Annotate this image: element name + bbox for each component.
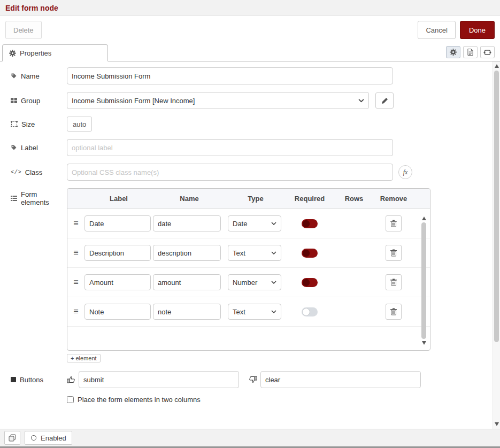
add-element-button[interactable]: + element [67, 354, 101, 362]
grid-icon [11, 97, 17, 104]
done-button[interactable]: Done [460, 21, 495, 39]
label-label: Label [11, 144, 67, 152]
scroll-down-icon[interactable] [495, 422, 499, 426]
required-toggle[interactable] [302, 249, 318, 258]
size-label-text: Size [21, 120, 35, 128]
chevron-down-icon [271, 310, 276, 313]
element-type-select[interactable]: Text [228, 245, 281, 261]
tab-properties[interactable]: Properties [2, 44, 108, 61]
remove-element-button[interactable] [386, 215, 402, 231]
main-scrollbar[interactable] [493, 61, 500, 429]
drag-handle[interactable]: ≡ [67, 307, 84, 316]
remove-element-button[interactable] [386, 304, 402, 320]
element-label-input[interactable] [84, 304, 151, 320]
element-label-input[interactable] [84, 215, 151, 231]
column-header-label: Label [84, 195, 153, 203]
form-elements-row: Form elements Label Name Type Required R… [11, 188, 482, 351]
enabled-toggle-button[interactable]: Enabled [25, 431, 72, 445]
submit-label-input[interactable] [79, 371, 239, 388]
required-toggle[interactable] [302, 278, 318, 287]
table-scrollbar[interactable] [420, 217, 427, 345]
class-row: </> Class fx [11, 164, 482, 181]
drag-handle[interactable]: ≡ [67, 248, 84, 258]
gear-icon [9, 50, 16, 57]
document-icon [467, 49, 473, 56]
chevron-down-icon [271, 281, 276, 284]
drag-handle[interactable]: ≡ [67, 277, 84, 287]
label-input[interactable] [67, 139, 393, 156]
size-button[interactable]: auto [67, 117, 92, 132]
list-icon [11, 195, 17, 202]
form-element-row: ≡ Number [67, 268, 430, 297]
fx-button[interactable]: fx [398, 165, 412, 179]
two-columns-label: Place the form elements in two columns [78, 396, 201, 404]
edit-appearance-button[interactable] [480, 46, 495, 58]
chevron-down-icon [271, 251, 276, 254]
clear-label-input[interactable] [260, 371, 421, 388]
edit-group-button[interactable] [375, 92, 394, 109]
table-header: Label Name Type Required Rows Remove [67, 189, 430, 209]
thumbs-up-icon [67, 375, 75, 384]
remove-element-button[interactable] [386, 274, 402, 290]
toggle-knob [303, 250, 310, 257]
size-row: Size auto [11, 117, 482, 132]
form-elements-label: Form elements [11, 190, 67, 206]
element-label-input[interactable] [84, 245, 151, 261]
trash-icon [390, 279, 397, 286]
form-element-row: ≡ Text [67, 238, 430, 268]
enabled-label: Enabled [41, 434, 66, 442]
pencil-icon [381, 97, 388, 104]
drag-handle[interactable]: ≡ [67, 219, 84, 228]
element-name-input[interactable] [153, 274, 221, 290]
required-toggle[interactable] [302, 219, 318, 228]
required-toggle[interactable] [302, 307, 318, 316]
element-type-select[interactable]: Date [228, 215, 281, 231]
element-name-input[interactable] [153, 215, 221, 231]
cancel-button[interactable]: Cancel [418, 21, 455, 39]
scroll-thumb[interactable] [421, 222, 426, 339]
chevron-down-icon [358, 99, 364, 103]
element-label-input[interactable] [84, 274, 151, 290]
group-select[interactable]: Income Submission Form [New Income] [67, 92, 369, 109]
element-name-input[interactable] [153, 304, 221, 320]
thumbs-down-icon [249, 375, 257, 384]
element-type-select[interactable]: Text [228, 304, 281, 320]
size-label: Size [11, 120, 67, 128]
object-size-icon [11, 121, 18, 127]
buttons-controls [67, 371, 421, 388]
element-type-select[interactable]: Number [228, 274, 281, 290]
name-row: Name [11, 67, 482, 84]
name-label: Name [11, 72, 67, 80]
delete-button[interactable]: Delete [5, 21, 42, 39]
element-type-value: Text [233, 308, 245, 316]
table-body: ≡ Date ≡ [67, 209, 430, 350]
column-header-rows: Rows [334, 195, 374, 203]
scroll-down-icon[interactable] [422, 341, 426, 345]
remove-element-button[interactable] [386, 245, 402, 261]
class-input[interactable] [67, 164, 393, 181]
layers-button[interactable] [4, 431, 20, 445]
scroll-up-icon[interactable] [495, 64, 499, 68]
column-header-required: Required [286, 195, 334, 203]
scroll-thumb[interactable] [494, 71, 499, 342]
edit-form-node-dialog: Edit form node Delete Cancel Done Proper… [0, 0, 500, 448]
tab-bar: Properties [0, 44, 500, 61]
scroll-up-icon[interactable] [422, 217, 426, 220]
column-header-type: Type [226, 195, 286, 203]
tab-properties-label: Properties [20, 49, 51, 57]
name-input[interactable] [67, 67, 393, 84]
element-name-input[interactable] [153, 245, 221, 261]
edit-description-button[interactable] [463, 46, 478, 58]
trash-icon [390, 249, 397, 257]
form-element-row: ≡ Date [67, 209, 430, 238]
two-columns-checkbox[interactable] [67, 396, 74, 403]
group-row: Group Income Submission Form [New Income… [11, 92, 482, 109]
element-type-value: Date [233, 220, 247, 228]
label-row: Label [11, 139, 482, 156]
group-label: Group [11, 97, 67, 105]
tab-right-buttons [446, 46, 500, 61]
group-label-text: Group [21, 97, 40, 105]
edit-properties-button[interactable] [446, 46, 460, 58]
dialog-title: Edit form node [0, 0, 500, 16]
class-label: </> Class [11, 168, 67, 176]
